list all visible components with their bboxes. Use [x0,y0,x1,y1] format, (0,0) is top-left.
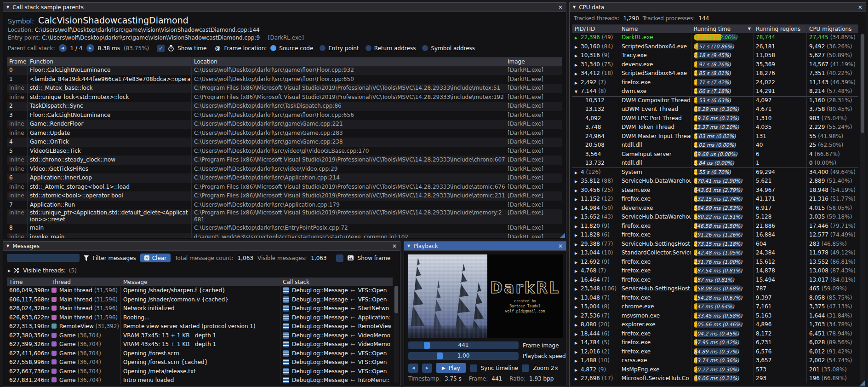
callstack-row[interactable]: 6 Application::InnerLoop C:\Users\wolf\D… [7,173,562,183]
resize-grip[interactable] [560,233,565,238]
pid-cell[interactable]: ▶29,388 (77) [572,240,619,249]
callstack-row[interactable]: inline invoke_main d:\agent\_work\63\s\s… [7,233,562,238]
callstack-list-icon[interactable] [283,287,289,294]
expand-icon[interactable]: ▶ [575,222,581,231]
pid-cell[interactable]: ▶14,984 (50) [572,204,619,213]
pid-cell[interactable]: 3,748 [572,123,619,132]
pid-cell[interactable]: ▶14,784 (5) [572,338,619,347]
cpu-row[interactable]: ▶22,396 (49) DarkRL.exe 14.33 s (62.06%)… [572,33,858,42]
pid-cell[interactable]: ▶16,464 (7) [572,276,619,285]
pid-cell[interactable]: ▶13,044 (10) [572,248,619,258]
source-location[interactable]: C:\Program Files (x86)\Microsoft Visual … [192,156,505,165]
pid-cell[interactable]: ▶11,152 (12) [572,195,619,204]
pid-cell[interactable]: ▶11,820 (9) [572,222,619,231]
cpu-row[interactable]: ▶4 (126) System 1.55 s (6.70%) 69,294 34… [572,168,858,177]
callstack-row[interactable]: 2 TaskDispatch::Sync C:\Users\wolf\Deskt… [7,102,562,111]
location-path[interactable]: C:\Users\wolf\Desktop\darkrl\src\game\vi… [35,27,260,33]
clear-button[interactable]: ✕Clear [140,254,171,262]
pid-cell[interactable]: ▶35,812 (88) [572,177,619,186]
radio-icon[interactable] [422,45,428,51]
callstack-list-icon[interactable] [283,314,289,321]
expand-icon[interactable]: ▶ [575,61,581,69]
col-name[interactable]: Name [619,25,691,33]
expand-icon[interactable]: ▶ [575,276,581,285]
sync-timeline-checkbox[interactable] [470,364,477,372]
cpu-row[interactable]: ▶1,488 (10) csrss.exe 83.74 ms (0.36%) 3… [572,356,858,365]
callstack-row[interactable]: inline std::unique_ptr<Application,std::… [7,209,562,224]
cpu-row[interactable]: ▶15,652 (43) ServiceHub.DataWarehou 580.… [572,213,858,222]
callstack-list-icon[interactable] [283,350,289,357]
cpu-row[interactable]: ▶8,080 (20) explorer.exe 105.66 ms (0.46… [572,320,858,329]
source-location[interactable]: C:\Users\wolf\Desktop\darkrl\src\game\Ga… [192,120,505,129]
show-frame-checkbox[interactable] [336,254,343,262]
message-callstack[interactable]: DebugLog::Message←IntroMenu:: [280,376,391,384]
cpu-row[interactable]: 3,748 DWM Token Thread 23.37 ms (0.10%) … [572,123,858,132]
step-back-button[interactable]: ◀ [408,364,418,373]
frame-location-radio[interactable]: Source code [270,45,313,52]
playback-speed-slider[interactable]: 1.00 [408,352,519,360]
slider-handle[interactable] [424,342,430,349]
close-icon[interactable]: ✕ [858,5,862,10]
expand-icon[interactable]: ▶ [575,186,581,195]
filter-input[interactable] [7,254,80,262]
frame-image-slider[interactable]: 441 [408,341,519,349]
pid-cell[interactable]: ▶27,696 (17) [572,374,619,383]
expand-icon[interactable]: ▶ [575,240,581,249]
cpu-row[interactable]: ▶30,456 (25) steam.exe 643.61 ms (2.79%)… [572,186,858,195]
expand-icon[interactable]: ▶ [575,303,581,312]
source-location[interactable]: C:\Program Files (x86)\Microsoft Visual … [192,183,505,192]
cpu-row[interactable]: ▶30,160 (84) ScriptedSandbox64.exe 2.51 … [572,42,858,52]
message-callstack[interactable]: DebugLog::Message←VideoMemo [280,331,391,341]
messages-titlebar[interactable]: ▼ Messages ✕ [3,242,400,251]
source-location[interactable]: C:\Users\wolf\Desktop\darkrl\src\Applica… [192,173,505,183]
zoom-checkbox[interactable] [522,364,529,372]
message-row[interactable]: 627,313,190ns RemoteView (31,392) Remote… [7,322,393,331]
cpu-row[interactable]: ▶2,492 (7) firefox.exe 1.71 s (7.42%) 24… [572,78,858,87]
expand-icon[interactable]: ▶ [575,285,581,294]
pid-cell[interactable]: ▶12,016 (2) [572,347,619,357]
source-location[interactable]: C:\Program Files (x86)\Microsoft Visual … [192,191,505,201]
message-row[interactable]: 627,380,356ns Game (36,704) VRAM 37x45: … [7,331,393,341]
pid-cell[interactable]: 3,564 [572,150,619,159]
cpu-row[interactable]: ▶11,152 (12) firefox.exe 632.15 ms (2.74… [572,195,858,204]
next-stack-button[interactable]: ▶ [86,44,94,52]
pid-cell[interactable]: 10,512 [572,96,619,105]
expand-icon[interactable]: ▶ [575,258,581,267]
cpu-row[interactable]: 20,508 ntdll.dll 1.01 ms (0.00%) 40 25 (… [572,141,858,150]
cpu-row[interactable]: ▶35,812 (88) ServiceHub.DataWarehou 670.… [572,177,858,186]
radio-icon[interactable] [270,45,276,51]
pid-cell[interactable]: ▶18,444 (6) [572,329,619,339]
frame-location-radio[interactable]: Entry point [320,45,359,52]
message-callstack[interactable]: DebugLog::Message←VFS::Open [280,286,391,295]
cpu-titlebar[interactable]: ▼ CPU data ✕ [570,3,866,12]
callstack-row[interactable]: 4 Game::OnTick C:\Users\wolf\Desktop\dar… [7,138,562,147]
pid-cell[interactable]: ▼7,144 (8) [572,87,619,96]
pid-cell[interactable]: 20,508 [572,141,619,150]
pid-cell[interactable]: ▶10,316 (9) [572,51,619,60]
source-location[interactable]: C:\Users\wolf\Desktop\darkrl\src\game\fl… [192,111,505,120]
message-callstack[interactable]: DebugLog::Message←VFS::Open [280,358,391,367]
collapse-icon[interactable]: ▼ [407,244,410,248]
cpu-row[interactable]: ▶11,828 (6) firefox.exe 291.26 ms (1.26%… [572,231,858,240]
expand-icon[interactable]: ▶ [575,321,581,329]
cpu-row[interactable]: ▶11,820 (9) firefox.exe 346.58 ms (1.50%… [572,222,858,231]
cpu-row[interactable]: ▶34,412 (18) ScriptedSandbox64.exe 1.85 … [572,69,858,78]
pid-cell[interactable]: 4,092 [572,114,619,123]
scrollbar-thumb[interactable] [861,34,864,133]
message-callstack[interactable]: DebugLog::Message←VideoMemo [280,340,391,349]
callstack-row[interactable]: 7 Application::Run C:\Users\wolf\Desktop… [7,201,562,210]
message-row[interactable]: 627,558,996ns Game (36,704) Opening /for… [7,358,393,367]
cpu-row[interactable]: ▶4,768 (7) firefox.exe 187.54 ms (0.81%)… [572,266,858,276]
cpu-row[interactable]: ▶14,984 (50) devenv.exe 584.69 ms (2.53%… [572,204,858,213]
sort-desc-icon[interactable]: ▼ [748,25,751,33]
expand-icon[interactable]: ▶ [575,34,581,42]
cpu-row[interactable]: ▶13,044 (10) StandardCollector.Service 2… [572,248,858,258]
cpu-row[interactable]: ▶10,316 (9) Tracy.exe 2.18 s (9.45%) 11,… [572,51,858,60]
collapse-icon[interactable]: ▼ [6,5,9,9]
expand-icon[interactable]: ▶ [575,375,581,383]
playback-titlebar[interactable]: ▼ Playback ✕ [404,242,566,251]
message-callstack[interactable]: DebugLog::Message←Application: [280,313,391,323]
frame-location-radio[interactable]: Symbol address [422,45,475,52]
expand-icon[interactable]: ▶ [575,249,581,258]
expand-icon[interactable]: ▶ [575,348,581,357]
